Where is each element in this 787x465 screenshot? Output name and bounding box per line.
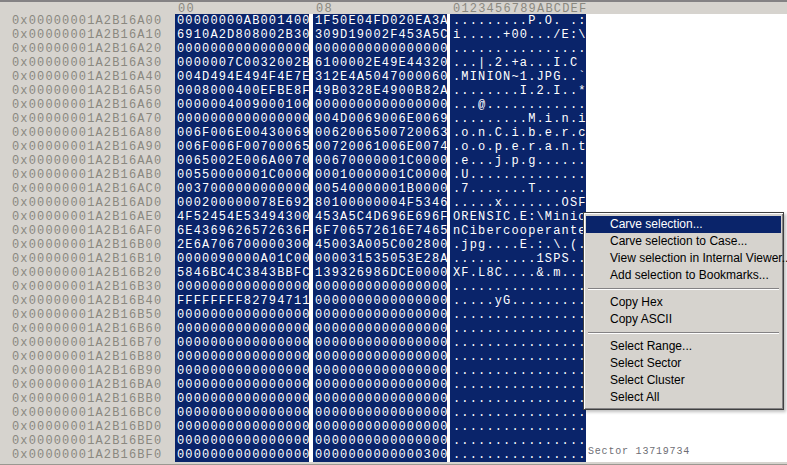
hex-row-bytes-8-15[interactable]: 0000000000000000 bbox=[313, 350, 447, 364]
hex-row-bytes-0-7[interactable]: 5846BC4C3843BBFC bbox=[175, 266, 309, 280]
hex-row-bytes-0-7[interactable]: 0000000000000000 bbox=[175, 322, 309, 336]
hex-row-bytes-0-7[interactable]: 0000000000000000 bbox=[175, 350, 309, 364]
hex-row-bytes-8-15[interactable]: 45003A005C002800 bbox=[313, 238, 447, 252]
hex-row-bytes-0-7[interactable]: 00000000AB001400 bbox=[175, 14, 309, 28]
hex-row-bytes-8-15[interactable]: 0000000000000000 bbox=[313, 406, 447, 420]
hex-row-bytes-0-7[interactable]: 0000000000000000 bbox=[175, 112, 309, 126]
hex-row-bytes-8-15[interactable]: 80100000004F5346 bbox=[313, 196, 447, 210]
ascii-row[interactable]: .U.............. bbox=[450, 168, 586, 182]
hex-row-bytes-8-15[interactable]: 0062006500720063 bbox=[313, 126, 447, 140]
ascii-row[interactable]: ................ bbox=[450, 322, 586, 336]
hex-row-bytes-0-7[interactable]: 0037000000000000 bbox=[175, 182, 309, 196]
menu-item-select-all[interactable]: Select All bbox=[586, 389, 781, 406]
ascii-row[interactable]: .MINION~1.JPG..` bbox=[450, 70, 586, 84]
hex-row-bytes-0-7[interactable]: 0000007C0032002B bbox=[175, 56, 309, 70]
hex-row-bytes-8-15[interactable]: 00720061006E0074 bbox=[313, 140, 447, 154]
hex-row-bytes-0-7[interactable]: 0000000000000000 bbox=[175, 378, 309, 392]
hex-row-bytes-0-7[interactable]: FFFFFFFF82794711 bbox=[175, 294, 309, 308]
hex-row-bytes-0-7[interactable]: 0000000000000000 bbox=[175, 336, 309, 350]
hex-row-bytes-8-15[interactable]: 0000000000000000 bbox=[313, 364, 447, 378]
ascii-row[interactable]: .jpg....E.:.\.(. bbox=[450, 238, 586, 252]
hex-row-bytes-0-7[interactable]: 0000000000000000 bbox=[175, 392, 309, 406]
ascii-row[interactable]: .o.o.p.e.r.a.n.t bbox=[450, 140, 586, 154]
hex-column-bytes-0-7[interactable]: 00000000AB0014006910A2D808002B3000000000… bbox=[175, 14, 309, 462]
hex-row-bytes-0-7[interactable]: 0008000400EFBE8F bbox=[175, 84, 309, 98]
ascii-row[interactable]: ................ bbox=[450, 378, 586, 392]
hex-row-bytes-8-15[interactable]: 312E4A5047000060 bbox=[313, 70, 447, 84]
hex-row-bytes-0-7[interactable]: 0000004009000100 bbox=[175, 98, 309, 112]
hex-row-bytes-8-15[interactable]: 309D19002F453A5C bbox=[313, 28, 447, 42]
menu-item-copy-ascii[interactable]: Copy ASCII bbox=[586, 311, 781, 328]
menu-item-select-range[interactable]: Select Range... bbox=[586, 338, 781, 355]
hex-row-bytes-0-7[interactable]: 4F52454E53494300 bbox=[175, 210, 309, 224]
ascii-column[interactable]: .........P.O. .:i.....+00.../E:\........… bbox=[450, 14, 586, 462]
hex-column-bytes-8-15[interactable]: 1F50E04FD020EA3A309D19002F453A5C00000000… bbox=[313, 14, 447, 462]
ascii-row[interactable]: XF.L8C....&.m... bbox=[450, 266, 586, 280]
hex-row-bytes-0-7[interactable]: 004D494E494F4E7E bbox=[175, 70, 309, 84]
ascii-row[interactable]: ................ bbox=[450, 280, 586, 294]
ascii-row[interactable]: .e...j.p.g...... bbox=[450, 154, 586, 168]
hex-row-bytes-0-7[interactable]: 6910A2D808002B30 bbox=[175, 28, 309, 42]
hex-row-bytes-8-15[interactable]: 00670000001C0000 bbox=[313, 154, 447, 168]
hex-row-bytes-0-7[interactable]: 0000000000000000 bbox=[175, 364, 309, 378]
hex-row-bytes-8-15[interactable]: 00010000001C0000 bbox=[313, 168, 447, 182]
hex-row-bytes-8-15[interactable]: 1F50E04FD020EA3A bbox=[313, 14, 447, 28]
ascii-row[interactable]: nCibercooperante bbox=[450, 224, 586, 238]
menu-item-view-selection-in-internal-viewer[interactable]: View selection in Internal Viewer... bbox=[586, 250, 781, 267]
hex-row-bytes-0-7[interactable]: 000200000078E692 bbox=[175, 196, 309, 210]
hex-row-bytes-8-15[interactable]: 0000000000000000 bbox=[313, 392, 447, 406]
menu-item-add-selection-to-bookmarks[interactable]: Add selection to Bookmarks... bbox=[586, 267, 781, 284]
ascii-row[interactable]: .o.n.C.i.b.e.r.c bbox=[450, 126, 586, 140]
hex-row-bytes-8-15[interactable]: 004D0069006E0069 bbox=[313, 112, 447, 126]
hex-row-bytes-8-15[interactable]: 0000000000000000 bbox=[313, 420, 447, 434]
hex-row-bytes-0-7[interactable]: 0065002E006A0070 bbox=[175, 154, 309, 168]
hex-row-bytes-0-7[interactable]: 0000090000A01C00 bbox=[175, 252, 309, 266]
hex-row-bytes-8-15[interactable]: 453A5C4D696E696F bbox=[313, 210, 447, 224]
ascii-row[interactable]: ................ bbox=[450, 308, 586, 322]
ascii-row[interactable]: .....yG......... bbox=[450, 294, 586, 308]
hex-row-bytes-8-15[interactable]: 0000000000000000 bbox=[313, 308, 447, 322]
hex-row-bytes-0-7[interactable]: 6E4369626572636F bbox=[175, 224, 309, 238]
hex-row-bytes-0-7[interactable]: 0000000000000000 bbox=[175, 448, 309, 462]
hex-row-bytes-0-7[interactable]: 2E6A706700000300 bbox=[175, 238, 309, 252]
ascii-row[interactable]: ................ bbox=[450, 392, 586, 406]
ascii-row[interactable]: ................ bbox=[450, 420, 586, 434]
ascii-row[interactable]: ................ bbox=[450, 350, 586, 364]
hex-row-bytes-8-15[interactable]: 6F706572616E7465 bbox=[313, 224, 447, 238]
hex-row-bytes-0-7[interactable]: 0000000000000000 bbox=[175, 420, 309, 434]
ascii-row[interactable]: ................ bbox=[450, 434, 586, 448]
hex-row-bytes-8-15[interactable]: 0000000000000000 bbox=[313, 434, 447, 448]
menu-item-carve-selection[interactable]: Carve selection... bbox=[586, 216, 781, 233]
ascii-row[interactable]: ..........1SPS.. bbox=[450, 252, 586, 266]
hex-row-bytes-0-7[interactable]: 00550000001C0000 bbox=[175, 168, 309, 182]
hex-row-bytes-8-15[interactable]: 00540000001B0000 bbox=[313, 182, 447, 196]
hex-row-bytes-0-7[interactable]: 006F006E00430069 bbox=[175, 126, 309, 140]
hex-row-bytes-0-7[interactable]: 0000000000000000 bbox=[175, 42, 309, 56]
ascii-row[interactable]: i.....+00.../E:\ bbox=[450, 28, 586, 42]
ascii-row[interactable]: ................ bbox=[450, 364, 586, 378]
hex-row-bytes-8-15[interactable]: 0000000000000000 bbox=[313, 294, 447, 308]
ascii-row[interactable]: .........M.i.n.i bbox=[450, 112, 586, 126]
ascii-row[interactable]: ........I.2.I..* bbox=[450, 84, 586, 98]
hex-row-bytes-8-15[interactable]: 6100002E49E44320 bbox=[313, 56, 447, 70]
hex-row-bytes-8-15[interactable]: 0000000000000000 bbox=[313, 378, 447, 392]
hex-row-bytes-8-15[interactable]: 000031535053E28A bbox=[313, 252, 447, 266]
ascii-row[interactable]: .7.......T...... bbox=[450, 182, 586, 196]
hex-row-bytes-0-7[interactable]: 0000000000000000 bbox=[175, 434, 309, 448]
ascii-row[interactable]: ORENSIC.E:\Minio bbox=[450, 210, 586, 224]
ascii-row[interactable]: .....x.......OSF bbox=[450, 196, 586, 210]
menu-item-select-cluster[interactable]: Select Cluster bbox=[586, 372, 781, 389]
hex-row-bytes-8-15[interactable]: 0000000000000000 bbox=[313, 322, 447, 336]
hex-row-bytes-8-15[interactable]: 0000000000000000 bbox=[313, 98, 447, 112]
hex-row-bytes-0-7[interactable]: 0000000000000000 bbox=[175, 406, 309, 420]
hex-row-bytes-8-15[interactable]: 0000000000000000 bbox=[313, 280, 447, 294]
hex-row-bytes-0-7[interactable]: 0000000000000000 bbox=[175, 308, 309, 322]
hex-row-bytes-8-15[interactable]: 0000000000000000 bbox=[313, 42, 447, 56]
ascii-row[interactable]: ...|.2.+a...I.C bbox=[450, 56, 586, 70]
ascii-row[interactable]: ................ bbox=[450, 42, 586, 56]
hex-row-bytes-8-15[interactable]: 0000000000000000 bbox=[313, 336, 447, 350]
hex-row-bytes-8-15[interactable]: 0000000000000300 bbox=[313, 448, 447, 462]
menu-item-carve-selection-to-case[interactable]: Carve selection to Case... bbox=[586, 233, 781, 250]
hex-row-bytes-8-15[interactable]: 49B0328E4900B82A bbox=[313, 84, 447, 98]
ascii-row[interactable]: ................ bbox=[450, 406, 586, 420]
